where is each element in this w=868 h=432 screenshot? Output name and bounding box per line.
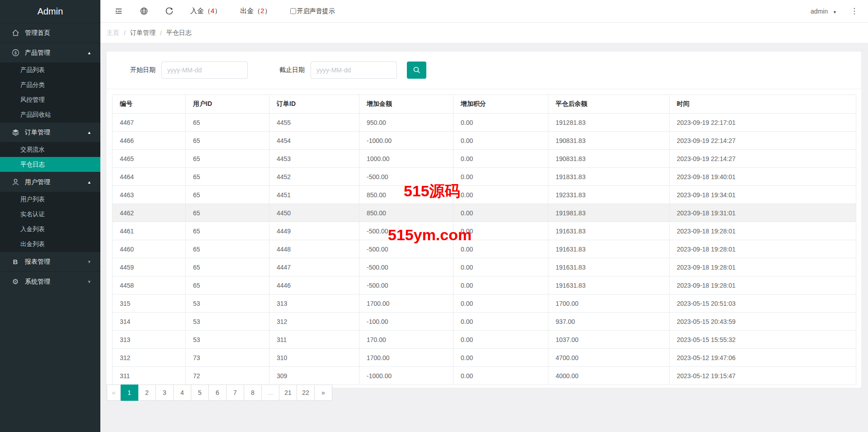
sidebar-item-product-list[interactable]: 产品列表 [0,62,100,77]
sound-alert-checkbox[interactable] [290,8,296,14]
sidebar-item-product-category[interactable]: 产品分类 [0,77,100,92]
table-cell: 2023-05-12 19:47:06 [670,349,856,367]
table-cell: 191831.83 [548,168,670,186]
sound-alert-toggle: 开启声音提示 [290,7,335,15]
table-cell: 2023-09-19 22:17:01 [670,114,856,132]
page-button[interactable]: 5 [191,385,209,401]
table-cell: 0.00 [453,204,548,222]
table-row[interactable]: 4462654450850.000.00191981.832023-09-18 … [113,204,856,222]
table-cell: 1037.00 [548,331,670,349]
table-cell: 4461 [113,222,186,240]
submenu-products: 产品列表 产品分类 风控管理 产品回收站 [0,62,100,122]
sidebar-item-users[interactable]: 用户管理 ▲ [0,172,100,192]
table-cell: 4451 [269,186,359,204]
sidebar-item-close-log[interactable]: 平仓日志 [0,157,100,172]
sidebar-item-trade-flow[interactable]: 交易流水 [0,142,100,157]
layers-icon [11,128,20,136]
table-row[interactable]: 312733101700.000.004700.002023-05-12 19:… [113,349,856,367]
sidebar-toggle-icon[interactable] [114,7,123,15]
table-row[interactable]: 31353311170.000.001037.002023-05-15 15:5… [113,331,856,349]
sidebar-item-label: 系统管理 [25,278,50,286]
table-cell: 0.00 [453,150,548,168]
table-row[interactable]: 4461654449-500.000.00191631.832023-09-18… [113,222,856,240]
table-cell: 0.00 [453,222,548,240]
page-button[interactable]: 3 [156,385,174,401]
table-cell: 1700.00 [359,294,453,313]
sidebar-item-system[interactable]: ⚙ 系统管理 ▼ [0,271,100,291]
sidebar-item-orders[interactable]: 订单管理 ▲ [0,122,100,142]
table-row[interactable]: 4459654447-500.000.00191631.832023-09-18… [113,258,856,276]
withdraw-counter[interactable]: 出金（2） [240,7,271,15]
table-cell: 315 [113,294,186,313]
table-cell: 2023-05-15 20:43:59 [670,313,856,331]
table-cell: -100.00 [359,313,453,331]
table-row[interactable]: 4466654454-1000.000.00190831.832023-09-1… [113,132,856,150]
user-menu[interactable]: admin ▼ [811,8,837,15]
table-cell: 4447 [269,258,359,276]
page-button[interactable]: » [315,385,332,401]
page-button-current[interactable]: 1 [121,385,138,401]
globe-icon[interactable] [140,7,148,15]
page-button[interactable]: 2 [138,385,156,401]
table-row[interactable]: 4464654452-500.000.00191831.832023-09-18… [113,168,856,186]
table-row[interactable]: 31453312-100.000.00937.002023-05-15 20:4… [113,313,856,331]
page-button[interactable]: 22 [297,385,315,401]
sidebar-item-user-list[interactable]: 用户列表 [0,192,100,207]
page-button[interactable]: 4 [174,385,191,401]
search-button[interactable] [407,62,426,79]
table-cell: 937.00 [548,313,670,331]
breadcrumb-home[interactable]: 主页 [107,29,119,37]
table-row[interactable]: 4458654446-500.000.00191631.832023-09-18… [113,276,856,294]
sidebar-item-label: 产品管理 [25,49,50,57]
table-row[interactable]: 4463654451850.000.00192331.832023-09-18 … [113,186,856,204]
col-balance-after: 平仓后余额 [548,95,670,114]
breadcrumb-separator: / [160,29,162,37]
table-row[interactable]: 4467654455950.000.00191281.832023-09-19 … [113,114,856,132]
table-cell: 4700.00 [548,349,670,367]
table-row[interactable]: 4460654448-500.000.00191631.832023-09-18… [113,240,856,258]
table-cell: 72 [186,367,269,385]
breadcrumb-orders[interactable]: 订单管理 [130,29,156,37]
col-amount-added: 增加金额 [359,95,453,114]
sidebar-item-deposit-list[interactable]: 入金列表 [0,222,100,237]
end-date-input[interactable] [311,62,397,79]
dollar-circle-icon: $ [11,49,20,57]
page-button[interactable]: 21 [279,385,297,401]
start-date-input[interactable] [161,62,248,79]
sidebar: Admin 管理首页 $ 产品管理 ▲ 产品列表 产品分类 风控管理 产品回收站… [0,0,100,432]
username: admin [811,8,828,15]
table-cell: 190831.83 [548,150,670,168]
table-row[interactable]: 31172309-1000.000.004000.002023-05-12 19… [113,367,856,385]
sidebar-item-label: 管理首页 [25,29,50,37]
page-button[interactable]: 6 [209,385,226,401]
sidebar-item-withdraw-list[interactable]: 出金列表 [0,237,100,252]
refresh-icon[interactable] [165,7,174,15]
table-cell: 2023-09-18 19:28:01 [670,222,856,240]
sidebar-item-product-recycle[interactable]: 产品回收站 [0,107,100,122]
sidebar-item-kyc[interactable]: 实名认证 [0,207,100,222]
deposit-counter[interactable]: 入金（4） [190,7,221,15]
sidebar-item-products[interactable]: $ 产品管理 ▲ [0,43,100,62]
chevron-down-icon: ▼ [87,260,91,264]
page-button[interactable]: 8 [244,385,262,401]
sidebar-item-dashboard[interactable]: 管理首页 [0,23,100,43]
table-cell: 0.00 [453,349,548,367]
table-cell: 313 [269,294,359,313]
table-cell: 2023-05-15 20:51:03 [670,294,856,313]
table-cell: 4448 [269,240,359,258]
table-cell: 191631.83 [548,276,670,294]
more-options-icon[interactable]: ⋮ [850,6,858,16]
table-row[interactable]: 315533131700.000.001700.002023-05-15 20:… [113,294,856,313]
sidebar-item-risk-control[interactable]: 风控管理 [0,92,100,107]
sidebar-item-reports[interactable]: B 报表管理 ▼ [0,252,100,271]
sound-alert-label: 开启声音提示 [297,7,335,15]
table-cell: 0.00 [453,240,548,258]
table-row[interactable]: 44656544531000.000.00190831.832023-09-19… [113,150,856,168]
table-cell: 311 [113,367,186,385]
table-cell: 65 [186,186,269,204]
table-cell: 4465 [113,150,186,168]
table-header-row: 编号 用户ID 订单ID 增加金额 增加积分 平仓后余额 时间 [113,95,856,114]
page-button: ... [262,385,279,401]
page-button[interactable]: 7 [226,385,244,401]
close-log-table: 编号 用户ID 订单ID 增加金额 增加积分 平仓后余额 时间 44676544… [112,95,856,385]
